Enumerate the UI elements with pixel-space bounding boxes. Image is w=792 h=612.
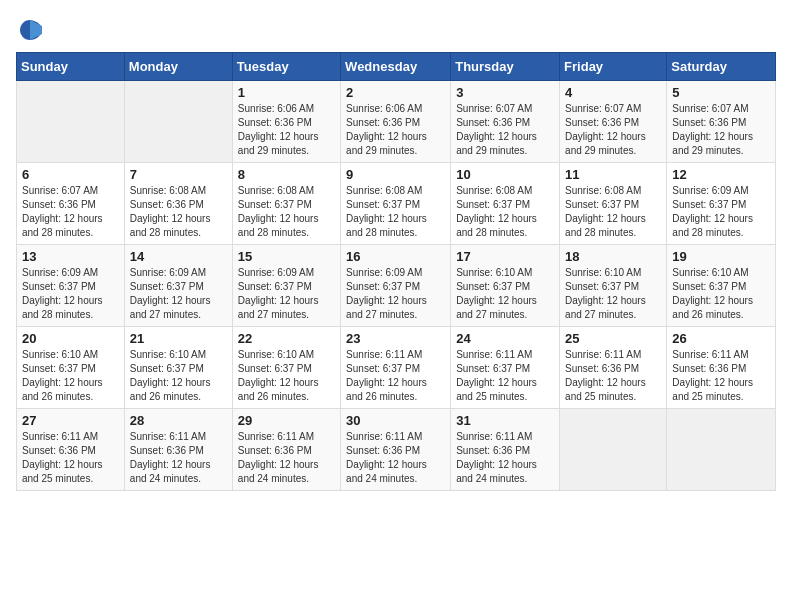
- day-info: Sunrise: 6:09 AMSunset: 6:37 PMDaylight:…: [22, 266, 119, 322]
- day-info: Sunrise: 6:10 AMSunset: 6:37 PMDaylight:…: [565, 266, 661, 322]
- calendar-week-5: 27Sunrise: 6:11 AMSunset: 6:36 PMDayligh…: [17, 409, 776, 491]
- calendar-cell: 4Sunrise: 6:07 AMSunset: 6:36 PMDaylight…: [560, 81, 667, 163]
- day-info: Sunrise: 6:11 AMSunset: 6:37 PMDaylight:…: [346, 348, 445, 404]
- calendar-cell: 21Sunrise: 6:10 AMSunset: 6:37 PMDayligh…: [124, 327, 232, 409]
- day-info: Sunrise: 6:07 AMSunset: 6:36 PMDaylight:…: [456, 102, 554, 158]
- day-number: 14: [130, 249, 227, 264]
- calendar-cell: 28Sunrise: 6:11 AMSunset: 6:36 PMDayligh…: [124, 409, 232, 491]
- day-info: Sunrise: 6:10 AMSunset: 6:37 PMDaylight:…: [456, 266, 554, 322]
- calendar-cell: 3Sunrise: 6:07 AMSunset: 6:36 PMDaylight…: [451, 81, 560, 163]
- day-info: Sunrise: 6:08 AMSunset: 6:37 PMDaylight:…: [456, 184, 554, 240]
- calendar-cell: 17Sunrise: 6:10 AMSunset: 6:37 PMDayligh…: [451, 245, 560, 327]
- calendar-cell: 5Sunrise: 6:07 AMSunset: 6:36 PMDaylight…: [667, 81, 776, 163]
- day-number: 18: [565, 249, 661, 264]
- day-number: 15: [238, 249, 335, 264]
- calendar-cell: 11Sunrise: 6:08 AMSunset: 6:37 PMDayligh…: [560, 163, 667, 245]
- calendar-cell: 9Sunrise: 6:08 AMSunset: 6:37 PMDaylight…: [341, 163, 451, 245]
- day-info: Sunrise: 6:11 AMSunset: 6:36 PMDaylight:…: [456, 430, 554, 486]
- calendar-cell: [560, 409, 667, 491]
- day-info: Sunrise: 6:07 AMSunset: 6:36 PMDaylight:…: [672, 102, 770, 158]
- header-wednesday: Wednesday: [341, 53, 451, 81]
- day-info: Sunrise: 6:10 AMSunset: 6:37 PMDaylight:…: [22, 348, 119, 404]
- calendar-cell: [667, 409, 776, 491]
- header-tuesday: Tuesday: [232, 53, 340, 81]
- header-saturday: Saturday: [667, 53, 776, 81]
- day-number: 13: [22, 249, 119, 264]
- day-number: 16: [346, 249, 445, 264]
- day-info: Sunrise: 6:09 AMSunset: 6:37 PMDaylight:…: [672, 184, 770, 240]
- day-info: Sunrise: 6:11 AMSunset: 6:36 PMDaylight:…: [346, 430, 445, 486]
- calendar-week-3: 13Sunrise: 6:09 AMSunset: 6:37 PMDayligh…: [17, 245, 776, 327]
- calendar-cell: [124, 81, 232, 163]
- calendar-cell: 26Sunrise: 6:11 AMSunset: 6:36 PMDayligh…: [667, 327, 776, 409]
- calendar-cell: 12Sunrise: 6:09 AMSunset: 6:37 PMDayligh…: [667, 163, 776, 245]
- logo-icon: [16, 16, 44, 44]
- day-info: Sunrise: 6:09 AMSunset: 6:37 PMDaylight:…: [238, 266, 335, 322]
- calendar-week-2: 6Sunrise: 6:07 AMSunset: 6:36 PMDaylight…: [17, 163, 776, 245]
- day-number: 21: [130, 331, 227, 346]
- calendar-cell: 6Sunrise: 6:07 AMSunset: 6:36 PMDaylight…: [17, 163, 125, 245]
- day-info: Sunrise: 6:06 AMSunset: 6:36 PMDaylight:…: [238, 102, 335, 158]
- day-info: Sunrise: 6:08 AMSunset: 6:37 PMDaylight:…: [238, 184, 335, 240]
- calendar-cell: 30Sunrise: 6:11 AMSunset: 6:36 PMDayligh…: [341, 409, 451, 491]
- calendar-cell: 22Sunrise: 6:10 AMSunset: 6:37 PMDayligh…: [232, 327, 340, 409]
- day-info: Sunrise: 6:11 AMSunset: 6:37 PMDaylight:…: [456, 348, 554, 404]
- calendar-table: SundayMondayTuesdayWednesdayThursdayFrid…: [16, 52, 776, 491]
- day-info: Sunrise: 6:07 AMSunset: 6:36 PMDaylight:…: [565, 102, 661, 158]
- day-number: 31: [456, 413, 554, 428]
- day-info: Sunrise: 6:11 AMSunset: 6:36 PMDaylight:…: [672, 348, 770, 404]
- day-number: 28: [130, 413, 227, 428]
- calendar-cell: 19Sunrise: 6:10 AMSunset: 6:37 PMDayligh…: [667, 245, 776, 327]
- calendar-cell: 20Sunrise: 6:10 AMSunset: 6:37 PMDayligh…: [17, 327, 125, 409]
- day-number: 19: [672, 249, 770, 264]
- calendar-cell: 15Sunrise: 6:09 AMSunset: 6:37 PMDayligh…: [232, 245, 340, 327]
- header-friday: Friday: [560, 53, 667, 81]
- day-number: 23: [346, 331, 445, 346]
- calendar-cell: [17, 81, 125, 163]
- day-info: Sunrise: 6:11 AMSunset: 6:36 PMDaylight:…: [22, 430, 119, 486]
- calendar-cell: 18Sunrise: 6:10 AMSunset: 6:37 PMDayligh…: [560, 245, 667, 327]
- day-number: 7: [130, 167, 227, 182]
- calendar-cell: 31Sunrise: 6:11 AMSunset: 6:36 PMDayligh…: [451, 409, 560, 491]
- day-number: 22: [238, 331, 335, 346]
- day-info: Sunrise: 6:08 AMSunset: 6:36 PMDaylight:…: [130, 184, 227, 240]
- calendar-cell: 23Sunrise: 6:11 AMSunset: 6:37 PMDayligh…: [341, 327, 451, 409]
- day-info: Sunrise: 6:10 AMSunset: 6:37 PMDaylight:…: [672, 266, 770, 322]
- day-info: Sunrise: 6:08 AMSunset: 6:37 PMDaylight:…: [565, 184, 661, 240]
- header-sunday: Sunday: [17, 53, 125, 81]
- day-info: Sunrise: 6:06 AMSunset: 6:36 PMDaylight:…: [346, 102, 445, 158]
- day-number: 17: [456, 249, 554, 264]
- calendar-cell: 14Sunrise: 6:09 AMSunset: 6:37 PMDayligh…: [124, 245, 232, 327]
- day-number: 26: [672, 331, 770, 346]
- day-number: 30: [346, 413, 445, 428]
- day-number: 1: [238, 85, 335, 100]
- day-number: 2: [346, 85, 445, 100]
- day-number: 10: [456, 167, 554, 182]
- calendar-cell: 10Sunrise: 6:08 AMSunset: 6:37 PMDayligh…: [451, 163, 560, 245]
- day-info: Sunrise: 6:08 AMSunset: 6:37 PMDaylight:…: [346, 184, 445, 240]
- calendar-cell: 25Sunrise: 6:11 AMSunset: 6:36 PMDayligh…: [560, 327, 667, 409]
- day-info: Sunrise: 6:11 AMSunset: 6:36 PMDaylight:…: [565, 348, 661, 404]
- logo: [16, 16, 48, 44]
- day-number: 20: [22, 331, 119, 346]
- day-number: 4: [565, 85, 661, 100]
- calendar-cell: 13Sunrise: 6:09 AMSunset: 6:37 PMDayligh…: [17, 245, 125, 327]
- day-number: 5: [672, 85, 770, 100]
- day-number: 11: [565, 167, 661, 182]
- day-number: 8: [238, 167, 335, 182]
- calendar-header-row: SundayMondayTuesdayWednesdayThursdayFrid…: [17, 53, 776, 81]
- day-info: Sunrise: 6:09 AMSunset: 6:37 PMDaylight:…: [130, 266, 227, 322]
- day-info: Sunrise: 6:11 AMSunset: 6:36 PMDaylight:…: [238, 430, 335, 486]
- page-header: [16, 16, 776, 44]
- day-info: Sunrise: 6:09 AMSunset: 6:37 PMDaylight:…: [346, 266, 445, 322]
- calendar-cell: 1Sunrise: 6:06 AMSunset: 6:36 PMDaylight…: [232, 81, 340, 163]
- day-info: Sunrise: 6:07 AMSunset: 6:36 PMDaylight:…: [22, 184, 119, 240]
- day-number: 27: [22, 413, 119, 428]
- calendar-week-1: 1Sunrise: 6:06 AMSunset: 6:36 PMDaylight…: [17, 81, 776, 163]
- calendar-cell: 27Sunrise: 6:11 AMSunset: 6:36 PMDayligh…: [17, 409, 125, 491]
- day-number: 29: [238, 413, 335, 428]
- day-info: Sunrise: 6:10 AMSunset: 6:37 PMDaylight:…: [238, 348, 335, 404]
- day-number: 24: [456, 331, 554, 346]
- calendar-cell: 16Sunrise: 6:09 AMSunset: 6:37 PMDayligh…: [341, 245, 451, 327]
- day-number: 12: [672, 167, 770, 182]
